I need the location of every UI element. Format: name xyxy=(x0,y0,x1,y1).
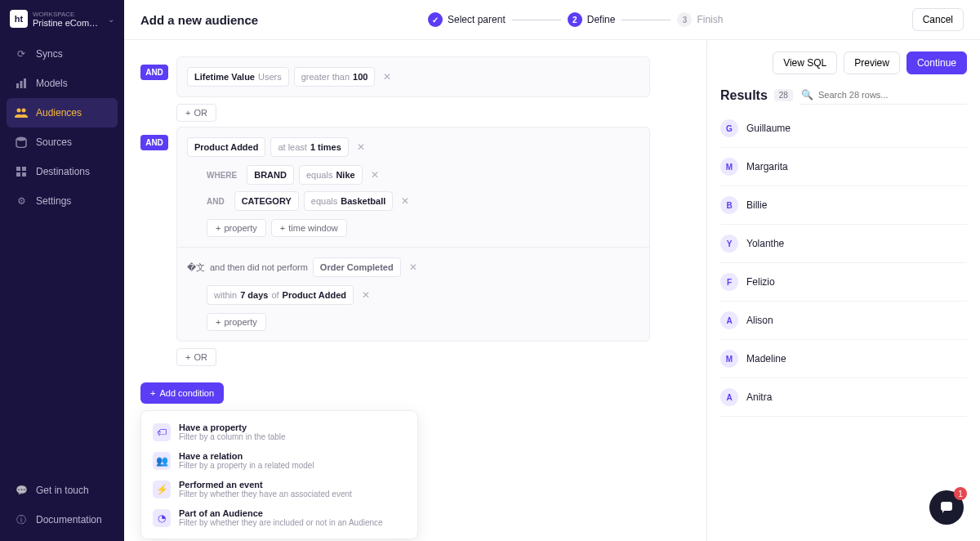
result-row[interactable]: MMargarita xyxy=(720,148,967,186)
where-label: WHERE xyxy=(207,171,237,180)
conjunction-and[interactable]: AND xyxy=(140,135,168,150)
step-indicator: ✓ Select parent 2 Define 3 Finish xyxy=(428,12,723,27)
sidebar-item-sources[interactable]: Sources xyxy=(7,127,118,157)
dropdown-item-audience[interactable]: ◔ Part of an AudienceFilter by whether t… xyxy=(148,503,411,532)
result-row[interactable]: YYolanthe xyxy=(720,225,967,263)
remove-icon[interactable]: ✕ xyxy=(380,71,394,83)
svg-rect-9 xyxy=(22,172,26,177)
chevron-down-icon: ⌄ xyxy=(108,15,114,24)
add-property-button[interactable]: + property xyxy=(207,219,266,237)
add-property-button[interactable]: + property xyxy=(207,313,266,331)
view-sql-button[interactable]: View SQL xyxy=(773,51,837,74)
avatar: M xyxy=(720,158,738,176)
search-icon: 🔍 xyxy=(801,89,813,101)
dropdown-item-property[interactable]: 🏷 Have a propertyFilter by a column in t… xyxy=(148,418,411,446)
sidebar-item-audiences[interactable]: Audiences xyxy=(7,98,118,127)
result-name: Felizio xyxy=(746,276,775,288)
property-name-chip[interactable]: CATEGORY xyxy=(234,191,299,211)
gear-icon: ⚙ xyxy=(15,194,28,208)
result-name: Billie xyxy=(746,199,767,211)
continue-button[interactable]: Continue xyxy=(906,51,967,74)
preview-button[interactable]: Preview xyxy=(844,51,900,74)
svg-point-3 xyxy=(17,109,21,113)
avatar: M xyxy=(720,350,738,368)
svg-point-5 xyxy=(16,137,26,141)
funnel-text: and then did not perform xyxy=(210,262,308,272)
workspace-name: Pristine eCommer... xyxy=(33,18,103,28)
within-chip[interactable]: within 7 days of Product Added xyxy=(207,285,354,305)
users-icon xyxy=(15,106,28,119)
sync-icon: ⟳ xyxy=(15,47,28,60)
property-name-chip[interactable]: BRAND xyxy=(247,165,294,185)
sidebar-item-models[interactable]: Models xyxy=(7,69,118,98)
results-search[interactable]: 🔍 xyxy=(800,86,967,105)
sidebar-item-destinations[interactable]: Destinations xyxy=(7,157,118,186)
primary-nav: ⟳ Syncs Models Audiences Sources xyxy=(7,39,118,476)
workspace-switcher[interactable]: ht WORKSPACE Pristine eCommer... ⌄ xyxy=(7,7,118,31)
result-row[interactable]: MMadeline xyxy=(720,340,967,378)
add-time-window-button[interactable]: + time window xyxy=(271,219,347,237)
pie-chart-icon: ◔ xyxy=(153,509,171,527)
sidebar-item-syncs[interactable]: ⟳ Syncs xyxy=(7,39,118,69)
database-icon xyxy=(15,136,28,149)
property-op-chip[interactable]: equals Basketball xyxy=(304,191,393,211)
operator-chip[interactable]: greater than 100 xyxy=(294,67,376,87)
result-row[interactable]: GGuillaume xyxy=(720,110,967,148)
results-panel: View SQL Preview Continue Results 28 🔍 G… xyxy=(706,40,980,541)
workspace-logo: ht xyxy=(10,10,28,28)
page-title: Add a new audience xyxy=(140,13,304,27)
remove-icon[interactable]: ✕ xyxy=(354,141,368,153)
chat-bubble-icon xyxy=(938,499,955,516)
step-define[interactable]: 2 Define xyxy=(568,12,616,27)
result-row[interactable]: AAlison xyxy=(720,302,967,340)
results-count: 28 xyxy=(774,89,793,101)
sidebar-item-settings[interactable]: ⚙ Settings xyxy=(7,186,118,216)
property-chip[interactable]: Lifetime Value Users xyxy=(187,67,289,87)
results-title: Results xyxy=(720,88,768,103)
svg-rect-6 xyxy=(16,167,20,171)
bolt-icon: ⚡ xyxy=(153,481,171,499)
filter-icon: �⽂ xyxy=(187,262,205,274)
add-or-button[interactable]: + OR xyxy=(176,104,216,122)
workspace-label: WORKSPACE xyxy=(33,11,103,18)
search-input[interactable] xyxy=(818,90,965,100)
sidebar: ht WORKSPACE Pristine eCommer... ⌄ ⟳ Syn… xyxy=(0,0,124,541)
step-select-parent[interactable]: ✓ Select parent xyxy=(428,12,506,27)
cancel-button[interactable]: Cancel xyxy=(912,8,964,31)
result-row[interactable]: AAnitra xyxy=(720,378,967,417)
result-row[interactable]: FFelizio xyxy=(720,263,967,302)
property-op-chip[interactable]: equals Nike xyxy=(299,165,363,185)
condition-card: Lifetime Value Users greater than 100 ✕ xyxy=(176,56,650,97)
event-chip[interactable]: Product Added xyxy=(187,137,265,157)
result-name: Madeline xyxy=(746,353,786,364)
topbar: Add a new audience ✓ Select parent 2 Def… xyxy=(124,0,980,40)
avatar: A xyxy=(720,388,738,406)
remove-icon[interactable]: ✕ xyxy=(406,262,421,273)
remove-icon[interactable]: ✕ xyxy=(368,169,382,181)
funnel-event-chip[interactable]: Order Completed xyxy=(313,257,401,277)
chat-icon: 💬 xyxy=(15,484,28,497)
chart-bar-icon xyxy=(15,77,28,90)
intercom-launcher[interactable]: 1 xyxy=(929,490,964,525)
sidebar-item-docs[interactable]: ⓘ Documentation xyxy=(7,505,118,534)
users-icon: 👥 xyxy=(153,452,171,470)
remove-icon[interactable]: ✕ xyxy=(398,195,412,207)
result-name: Margarita xyxy=(746,161,788,172)
dropdown-item-relation[interactable]: 👥 Have a relationFilter by a property in… xyxy=(148,446,411,475)
frequency-chip[interactable]: at least 1 times xyxy=(270,137,348,157)
sidebar-item-contact[interactable]: 💬 Get in touch xyxy=(7,476,118,505)
remove-icon[interactable]: ✕ xyxy=(359,289,373,301)
check-icon: ✓ xyxy=(428,12,443,27)
svg-rect-2 xyxy=(24,78,26,88)
svg-rect-10 xyxy=(941,502,952,511)
add-condition-button[interactable]: + Add condition xyxy=(140,382,224,404)
svg-rect-1 xyxy=(20,81,23,88)
conjunction-and[interactable]: AND xyxy=(140,65,168,80)
and-label: AND xyxy=(207,197,225,206)
svg-rect-0 xyxy=(16,83,19,88)
result-name: Alison xyxy=(746,315,773,326)
avatar: A xyxy=(720,311,738,329)
dropdown-item-event[interactable]: ⚡ Performed an eventFilter by whether th… xyxy=(148,475,411,503)
add-or-button[interactable]: + OR xyxy=(176,348,216,366)
result-row[interactable]: BBillie xyxy=(720,186,967,225)
